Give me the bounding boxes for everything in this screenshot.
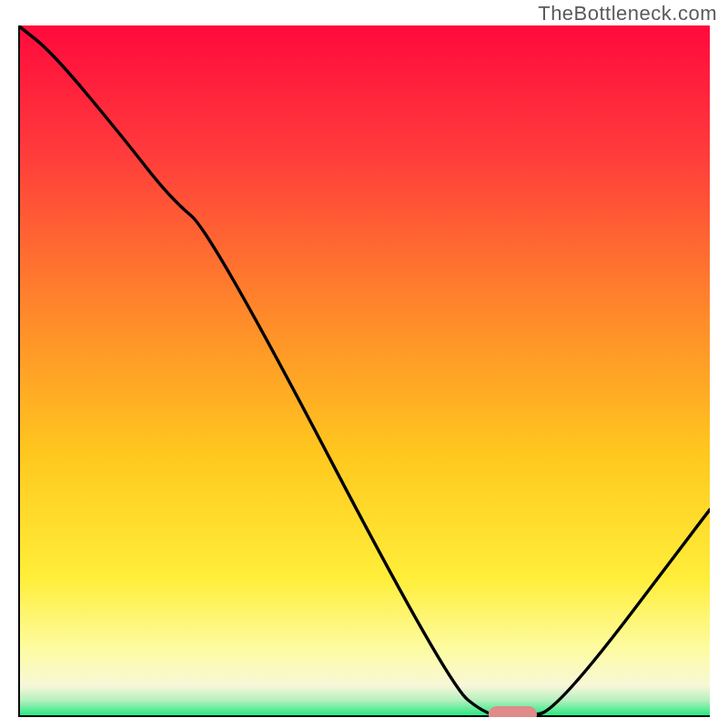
plot-area — [18, 25, 710, 717]
watermark-text: TheBottleneck.com — [538, 2, 717, 25]
chart-stage: TheBottleneck.com — [0, 0, 728, 728]
chart-svg — [18, 25, 710, 717]
gradient-background — [18, 25, 710, 717]
optimum-marker — [489, 706, 537, 717]
